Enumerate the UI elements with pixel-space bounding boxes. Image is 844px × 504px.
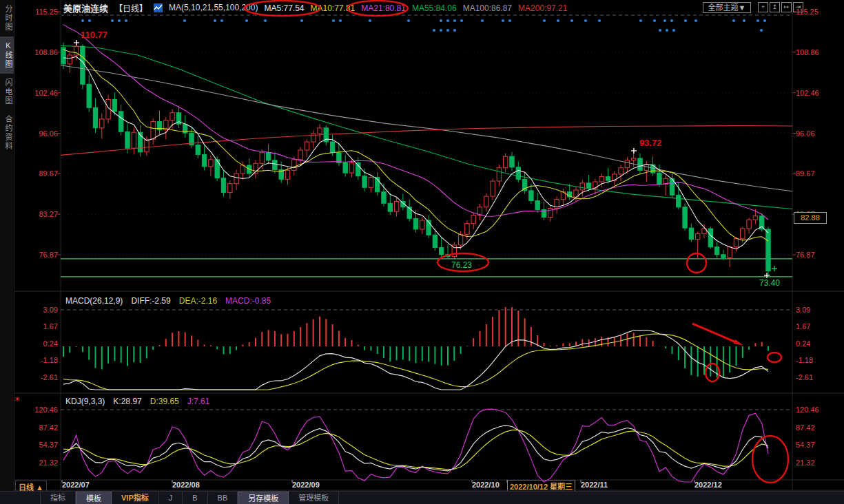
sidebar-item-2[interactable]: K线图 [0, 36, 14, 74]
sidebar-item-3[interactable]: 闪电图 [0, 74, 14, 110]
sidebar-item-1[interactable]: 分时图 [0, 0, 14, 36]
annotation-circle [347, 1, 408, 16]
signal-dot [111, 19, 114, 22]
signal-dot [732, 19, 735, 22]
signal-dot [125, 19, 127, 22]
signal-dot [88, 19, 91, 22]
pane-exit-icon[interactable]: ⇥ [793, 2, 803, 12]
signal-dot [446, 29, 449, 32]
annotation-circle [752, 436, 788, 483]
toolbar-item-7[interactable]: 另存模板 [238, 492, 289, 504]
signal-dot [339, 19, 342, 22]
signal-dot [557, 19, 559, 22]
signal-dot [214, 19, 216, 22]
signal-dot [220, 19, 223, 22]
signal-dot [481, 19, 484, 22]
signal-dot [570, 19, 573, 22]
signal-dot [453, 19, 456, 22]
chart-type-sidebar: 分时图K线图闪电图合约资料 [0, 0, 14, 491]
candles-group [61, 40, 770, 275]
signal-dot [508, 19, 511, 22]
signal-dot [763, 19, 766, 22]
toolbar-item-6[interactable]: BB [208, 492, 238, 504]
signal-dot [81, 19, 84, 22]
toolbar-item-4[interactable]: J [159, 492, 183, 504]
signal-dot [684, 19, 687, 22]
signal-dot [332, 19, 335, 22]
toolbar-item-8[interactable]: 管理模板 [289, 492, 339, 504]
signal-dot [639, 19, 642, 22]
signal-dot [543, 19, 546, 22]
ma21-line [63, 25, 768, 220]
sidebar-item-4[interactable]: 合约资料 [0, 110, 14, 156]
move-crosshair-icon[interactable]: + [758, 2, 768, 12]
ma100-line [61, 65, 792, 191]
bottom-toolbar: 指标模板VIP指标JBBB另存模板管理模板 [0, 491, 844, 504]
theme-dropdown[interactable]: 全部主题▼ [703, 2, 751, 13]
toolbar-item-5[interactable]: B [183, 492, 207, 504]
signal-dot [264, 19, 267, 22]
annotation-circle [687, 253, 706, 273]
signal-dot [118, 19, 121, 22]
signal-dot [659, 29, 661, 32]
price-extreme-label: 93.72 [639, 138, 662, 148]
support-level-label: 73.40 [759, 278, 780, 288]
signal-dot [663, 19, 666, 22]
signal-dot [300, 19, 303, 22]
annotation-arrow [692, 324, 736, 342]
signal-dot [672, 29, 675, 32]
signal-dot [598, 19, 601, 22]
signal-dot [743, 19, 745, 22]
kdj-k-line [63, 426, 768, 471]
signal-dot [653, 19, 656, 22]
signal-dot [694, 19, 697, 22]
toolbar-item-1[interactable]: 指标 [40, 492, 76, 504]
price-extreme-label: 110.77 [81, 30, 107, 40]
signal-dot [460, 19, 463, 22]
trading-app-window: 分时图K线图闪电图合约资料 美原油连续 【日线】 MA(5,10,21,55,1… [0, 0, 844, 504]
toolbar-item-2[interactable]: 模板 [76, 492, 112, 504]
pane-right-icon[interactable]: ↦ [781, 2, 792, 12]
signal-dot [756, 19, 759, 22]
signal-dot [433, 29, 435, 32]
signal-dot [369, 19, 371, 22]
annotation-circle [245, 1, 320, 16]
signal-dot [407, 19, 410, 22]
signal-dot [666, 29, 668, 32]
price-axis-highlight: 82.88 [794, 212, 827, 224]
signal-dot [440, 19, 442, 22]
signal-dot [183, 19, 186, 22]
signal-dot [446, 19, 449, 22]
signal-dot [440, 29, 442, 32]
kdj-d-line [63, 430, 768, 470]
signal-dot [670, 19, 673, 22]
support-level-label: 76.23 [451, 260, 472, 270]
signal-dot [502, 19, 504, 22]
ma200-line [61, 126, 792, 156]
signal-dot [584, 19, 587, 22]
signal-dot [453, 29, 456, 32]
signal-dot [245, 19, 248, 22]
pane-up-icon[interactable]: ↥ [770, 2, 780, 12]
annotation-circle [768, 353, 781, 362]
chart-canvas[interactable]: 110.7793.72 [0, 0, 844, 504]
toolbar-item-3[interactable]: VIP指标 [112, 492, 159, 504]
annotation-arrowhead [734, 339, 743, 346]
signal-dot [760, 29, 763, 32]
kdj-j-line [63, 409, 768, 482]
